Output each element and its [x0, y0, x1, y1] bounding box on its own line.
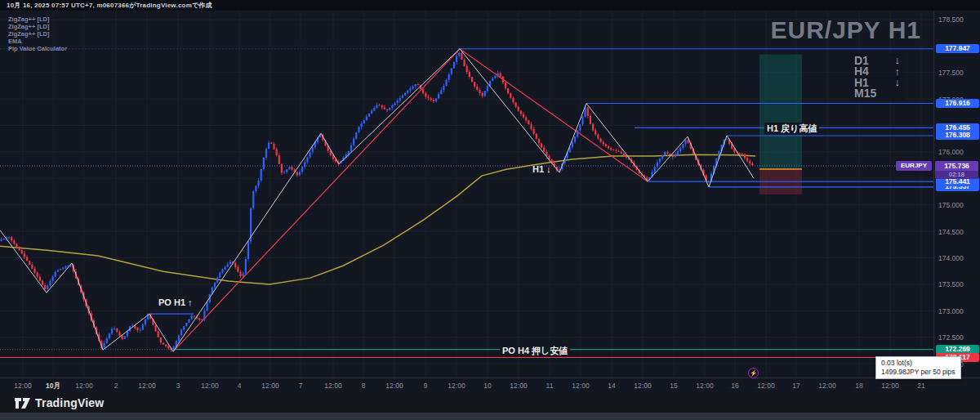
- order-size-tooltip: 0.03 lot(s) 1499.98JPY per 50 pips: [875, 356, 961, 379]
- mtf-label-m15: M15: [854, 87, 876, 100]
- price-level-badge[interactable]: 176.916: [936, 99, 979, 108]
- time-tick-label: 12:00: [201, 382, 218, 390]
- current-price-badge[interactable]: 175.736 02:18: [935, 161, 978, 179]
- tradingview-brand-text: TradingView: [35, 396, 104, 409]
- snapshot-attribution-text: 10月 16, 2025 07:57 UTC+7, m0607366がTradi…: [7, 2, 212, 9]
- price-level-badge[interactable]: 177.947: [936, 44, 979, 53]
- bar-countdown: 02:18: [935, 171, 978, 179]
- annotation-po-h1-up[interactable]: PO H1 ↑: [158, 297, 193, 307]
- current-price-value: 175.736: [935, 161, 978, 171]
- time-tick-label: 2: [114, 382, 118, 390]
- time-tick-label: 12:00: [324, 382, 341, 390]
- price-tick-label: 174.500: [938, 228, 964, 236]
- legend-item-zigzag-1[interactable]: ZigZag++ [LD]: [8, 16, 67, 23]
- time-tick-label: 12:00: [448, 382, 465, 390]
- time-tick-label: 17: [792, 382, 800, 390]
- replay-marker-icon[interactable]: ⚡: [748, 368, 759, 378]
- time-tick-label: 7: [299, 382, 303, 390]
- price-tick-label: 176.000: [938, 148, 964, 156]
- arrow-down-icon: ↓: [895, 76, 901, 88]
- time-tick-label: 12:00: [572, 382, 589, 390]
- mtf-row-m15: M15: [854, 88, 900, 100]
- time-tick-label: 10月: [46, 382, 60, 391]
- time-tick-label: 11: [546, 382, 554, 390]
- time-tick-label: 8: [362, 382, 366, 390]
- time-tick-label: 12:00: [696, 382, 713, 390]
- time-tick-label: 12:00: [261, 382, 278, 390]
- time-tick-label: 15: [670, 382, 677, 390]
- indicator-legend: ZigZag++ [LD] ZigZag++ [LD] ZigZag++ [LD…: [8, 16, 67, 52]
- price-level-badge[interactable]: 176.308: [936, 131, 979, 140]
- candlestick-chart-canvas[interactable]: [0, 11, 933, 378]
- price-tick-label: 173.000: [938, 307, 964, 315]
- mtf-trend-panel: D1 ↓ H4 ↑ H1 ↓ M15: [849, 53, 905, 101]
- time-tick-label: 16: [731, 382, 738, 390]
- time-tick-label: 12:00: [757, 382, 774, 390]
- legend-item-zigzag-2[interactable]: ZigZag++ [LD]: [8, 23, 67, 30]
- legend-item-ema[interactable]: EMA: [8, 38, 67, 45]
- annotation-po-h4-pullback-low[interactable]: PO H4 押し安値: [500, 345, 570, 357]
- annotation-h1-swing-high[interactable]: H1 戻り高値: [764, 123, 819, 135]
- time-tick-label: 12:00: [385, 382, 403, 390]
- time-tick-label: 12:00: [881, 382, 898, 390]
- tradingview-mark-icon: [15, 398, 30, 409]
- time-tick-label: 12:00: [818, 382, 835, 390]
- time-tick-label: 10: [483, 382, 491, 390]
- legend-item-pip-value-calculator[interactable]: Pip Value Calculator: [8, 45, 67, 52]
- time-axis[interactable]: 12:0010月12:00212:00312:00412:00712:00812…: [0, 378, 980, 393]
- time-tick-label: 4: [238, 382, 242, 390]
- price-tick-label: 177.500: [938, 69, 964, 77]
- time-tick-label: 12:00: [138, 382, 155, 390]
- price-tick-label: 173.500: [938, 280, 964, 288]
- price-tick-label: 178.500: [938, 16, 964, 24]
- price-tick-label: 172.500: [938, 333, 964, 342]
- price-tick-label: 174.000: [938, 254, 964, 262]
- tradingview-chart-window: 10月 16, 2025 07:57 UTC+7, m0607366がTradi…: [0, 0, 980, 420]
- top-status-bar: 10月 16, 2025 07:57 UTC+7, m0607366がTradi…: [0, 0, 980, 11]
- time-tick-label: 21: [917, 382, 924, 390]
- time-tick-label: 3: [176, 382, 180, 390]
- time-tick-label: 9: [424, 382, 428, 390]
- time-tick-label: 12:00: [634, 382, 651, 390]
- footer-bar: TradingView: [0, 393, 980, 413]
- price-tick-label: 175.000: [938, 201, 964, 209]
- tooltip-pip-value: 1499.98JPY per 50 pips: [881, 368, 956, 377]
- price-scale[interactable]: 178.500178.000177.500177.000176.500176.0…: [933, 11, 980, 378]
- time-tick-label: 12:00: [75, 382, 92, 390]
- time-tick-label: 14: [608, 382, 615, 390]
- annotation-h1-down[interactable]: H1 ↓: [532, 164, 551, 174]
- time-tick-label: 12:00: [510, 382, 527, 390]
- tradingview-logo[interactable]: TradingView: [15, 396, 104, 409]
- time-tick-label: 12:00: [14, 382, 31, 390]
- legend-item-zigzag-3[interactable]: ZigZag++ [LD]: [8, 30, 67, 38]
- bottom-window-strip: [0, 413, 980, 420]
- tooltip-lot-size: 0.03 lot(s): [881, 359, 956, 368]
- symbol-price-pill: EURJPY: [896, 161, 932, 171]
- time-tick-label: 18: [855, 382, 862, 390]
